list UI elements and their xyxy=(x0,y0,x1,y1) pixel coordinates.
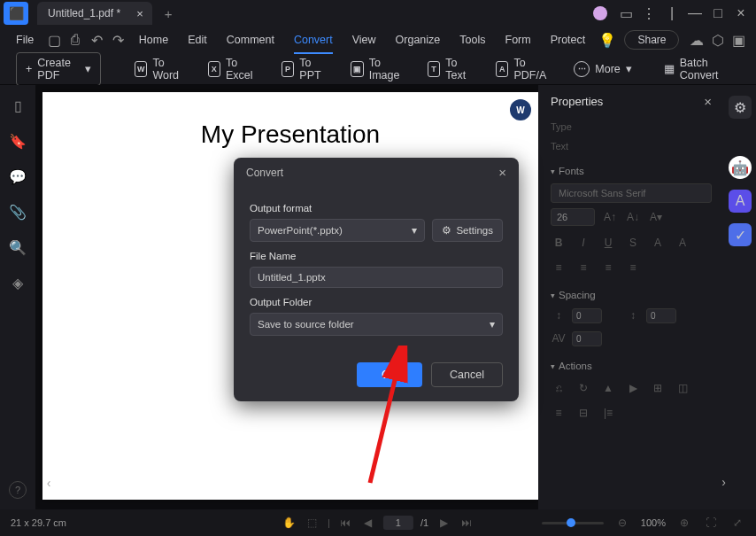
open-icon[interactable]: ▢ xyxy=(44,29,64,50)
prev-page-icon[interactable]: ◀ xyxy=(360,515,376,531)
box-icon[interactable]: ▣ xyxy=(729,29,749,50)
lightbulb-icon[interactable]: 💡 xyxy=(598,29,617,50)
current-page[interactable]: 1 xyxy=(396,517,401,528)
zoom-thumb[interactable] xyxy=(567,518,575,527)
char-spacing-input[interactable] xyxy=(572,331,602,346)
action-3-icon[interactable]: ▲ xyxy=(600,380,616,396)
close-window-icon[interactable]: × xyxy=(731,4,751,23)
para-spacing-input[interactable] xyxy=(646,308,676,323)
bold-icon[interactable]: B xyxy=(551,235,567,251)
hand-tool-icon[interactable]: ✋ xyxy=(282,515,297,531)
layers-icon[interactable]: ◈ xyxy=(10,275,26,291)
zoom-in-icon[interactable]: ⊕ xyxy=(676,515,692,531)
fit-page-icon[interactable]: ⛶ xyxy=(703,515,719,531)
menu-tools[interactable]: Tools xyxy=(451,30,494,50)
align-right-icon[interactable]: ≡ xyxy=(600,260,616,276)
cloud-download-icon[interactable]: ⬡ xyxy=(708,29,728,50)
thumbnails-icon[interactable]: ▯ xyxy=(10,97,26,113)
menu-comment[interactable]: Comment xyxy=(218,30,283,50)
align-center-icon[interactable]: ≡ xyxy=(575,260,591,276)
to-word-button[interactable]: WTo Word xyxy=(127,53,192,85)
print-icon[interactable]: ⎙ xyxy=(66,29,85,50)
redo-icon[interactable]: ↷ xyxy=(109,29,128,50)
cloud-upload-icon[interactable]: ☁ xyxy=(686,29,706,50)
ai-badge-icon[interactable]: A xyxy=(729,190,752,213)
align-left-icon[interactable]: ≡ xyxy=(551,260,567,276)
action-2-icon[interactable]: ↻ xyxy=(575,380,591,396)
bookmarks-icon[interactable]: 🔖 xyxy=(10,133,26,149)
strikethrough-icon[interactable]: S xyxy=(625,235,641,251)
close-tab-icon[interactable]: × xyxy=(133,6,147,20)
to-pdfa-button[interactable]: ATo PDF/A xyxy=(489,53,558,85)
subscript-icon[interactable]: A xyxy=(675,235,690,251)
help-icon[interactable]: ? xyxy=(9,481,27,499)
line-spacing-input[interactable] xyxy=(572,308,602,323)
create-pdf-button[interactable]: +Create PDF▾ xyxy=(16,52,101,86)
action-4-icon[interactable]: ▶ xyxy=(625,380,641,396)
file-name-input[interactable] xyxy=(250,267,503,288)
menu-convert[interactable]: Convert xyxy=(285,30,342,50)
search-icon[interactable]: 🔍 xyxy=(10,239,26,255)
undo-icon[interactable]: ↶ xyxy=(88,29,107,50)
action-7-icon[interactable]: ≡ xyxy=(551,405,567,421)
batch-icon: ▦ xyxy=(664,62,675,75)
kebab-menu-icon[interactable]: ⋮ xyxy=(639,4,659,23)
attachments-icon[interactable]: 📎 xyxy=(10,204,26,220)
close-panel-icon[interactable]: × xyxy=(704,94,712,109)
to-excel-button[interactable]: XTo Excel xyxy=(201,53,266,85)
font-name-input[interactable] xyxy=(551,183,712,203)
maximize-icon[interactable]: □ xyxy=(708,4,728,23)
action-1-icon[interactable]: ⎌ xyxy=(551,380,567,396)
ai-chat-icon[interactable]: 🤖 xyxy=(729,156,752,179)
comments-icon[interactable]: 💬 xyxy=(10,168,26,184)
fullscreen-icon[interactable]: ⤢ xyxy=(729,515,745,531)
italic-icon[interactable]: I xyxy=(575,235,591,251)
zoom-slider[interactable] xyxy=(542,522,604,524)
decrease-font-icon[interactable]: A↓ xyxy=(625,209,641,225)
zoom-level[interactable]: 100% xyxy=(641,517,666,528)
next-page-icon[interactable]: ▶ xyxy=(436,515,451,531)
settings-button[interactable]: ⚙ Settings xyxy=(432,219,503,242)
next-chevron-icon[interactable]: › xyxy=(721,475,726,489)
check-badge-icon[interactable]: ✓ xyxy=(729,223,752,246)
underline-icon[interactable]: U xyxy=(600,235,616,251)
minimize-icon[interactable]: — xyxy=(685,4,705,23)
font-color-icon[interactable]: A▾ xyxy=(648,209,664,225)
document-tab[interactable]: Untitled_1.pdf * × xyxy=(37,2,152,25)
output-folder-select[interactable]: Save to source folder ▾ xyxy=(250,313,503,336)
action-9-icon[interactable]: |≡ xyxy=(600,405,616,421)
select-tool-icon[interactable]: ⬚ xyxy=(305,515,320,531)
font-size-input[interactable] xyxy=(551,208,595,226)
settings-sliders-icon[interactable]: ⚙ xyxy=(729,96,752,119)
file-menu[interactable]: File xyxy=(7,30,42,50)
menu-protect[interactable]: Protect xyxy=(542,30,595,50)
to-image-button[interactable]: ▣To Image xyxy=(343,53,412,85)
superscript-icon[interactable]: A xyxy=(650,235,666,251)
to-ppt-button[interactable]: PTo PPT xyxy=(274,53,335,85)
increase-font-icon[interactable]: A↑ xyxy=(602,209,618,225)
action-8-icon[interactable]: ⊟ xyxy=(575,405,591,421)
menu-home[interactable]: Home xyxy=(130,30,177,50)
menu-edit[interactable]: Edit xyxy=(179,30,216,50)
to-text-button[interactable]: TTo Text xyxy=(420,53,480,85)
zoom-out-icon[interactable]: ⊖ xyxy=(614,515,630,531)
menu-organize[interactable]: Organize xyxy=(387,30,450,50)
prev-page-chevron[interactable]: ‹ xyxy=(41,475,57,491)
cancel-button[interactable]: Cancel xyxy=(431,362,503,387)
add-tab-button[interactable]: + xyxy=(159,4,177,22)
last-page-icon[interactable]: ⏭ xyxy=(459,515,474,531)
more-button[interactable]: ⋯More▾ xyxy=(567,58,638,81)
action-5-icon[interactable]: ⊞ xyxy=(650,380,666,396)
first-page-icon[interactable]: ⏮ xyxy=(337,515,353,531)
share-button[interactable]: Share xyxy=(624,30,679,50)
action-6-icon[interactable]: ◫ xyxy=(675,380,690,396)
comment-icon[interactable]: ▭ xyxy=(616,4,636,23)
menu-form[interactable]: Form xyxy=(497,30,540,50)
output-format-select[interactable]: PowerPoint(*.pptx) ▾ xyxy=(250,219,425,242)
user-avatar[interactable] xyxy=(593,6,607,20)
ok-button[interactable]: OK xyxy=(357,362,422,387)
batch-convert-button[interactable]: ▦Batch Convert xyxy=(657,53,740,85)
close-dialog-icon[interactable]: × xyxy=(498,165,506,180)
align-justify-icon[interactable]: ≡ xyxy=(625,260,641,276)
menu-view[interactable]: View xyxy=(343,30,385,50)
